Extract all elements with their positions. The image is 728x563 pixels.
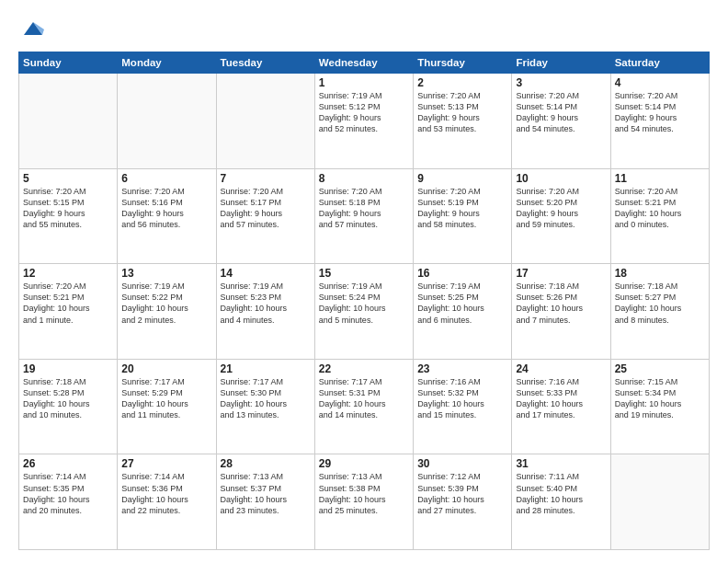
calendar-cell: 16Sunrise: 7:19 AMSunset: 5:25 PMDayligh… [414, 264, 512, 360]
cell-content: Sunrise: 7:12 AMSunset: 5:39 PMDaylight:… [417, 471, 507, 516]
calendar-cell: 23Sunrise: 7:16 AMSunset: 5:32 PMDayligh… [414, 359, 512, 454]
calendar-cell: 1Sunrise: 7:19 AMSunset: 5:12 PMDaylight… [314, 74, 413, 169]
day-number: 12 [23, 267, 113, 280]
calendar-cell: 17Sunrise: 7:18 AMSunset: 5:26 PMDayligh… [512, 264, 610, 360]
cell-content: Sunrise: 7:20 AMSunset: 5:14 PMDaylight:… [615, 90, 705, 135]
cell-content: Sunrise: 7:13 AMSunset: 5:37 PMDaylight:… [221, 471, 311, 516]
calendar-cell: 25Sunrise: 7:15 AMSunset: 5:34 PMDayligh… [610, 359, 709, 454]
day-number: 6 [121, 172, 211, 185]
cell-content: Sunrise: 7:18 AMSunset: 5:27 PMDaylight:… [615, 281, 705, 326]
day-number: 9 [417, 172, 507, 185]
cell-content: Sunrise: 7:19 AMSunset: 5:25 PMDaylight:… [417, 281, 507, 326]
calendar-week-row: 12Sunrise: 7:20 AMSunset: 5:21 PMDayligh… [19, 264, 710, 360]
calendar-cell: 18Sunrise: 7:18 AMSunset: 5:27 PMDayligh… [610, 264, 709, 360]
logo-icon [20, 17, 46, 42]
calendar-cell: 27Sunrise: 7:14 AMSunset: 5:36 PMDayligh… [118, 454, 216, 550]
calendar-cell: 13Sunrise: 7:19 AMSunset: 5:22 PMDayligh… [118, 264, 216, 360]
calendar-day-header: Wednesday [314, 52, 413, 74]
calendar-cell: 9Sunrise: 7:20 AMSunset: 5:19 PMDaylight… [414, 168, 512, 264]
calendar-cell: 26Sunrise: 7:14 AMSunset: 5:35 PMDayligh… [19, 454, 118, 550]
cell-content: Sunrise: 7:20 AMSunset: 5:19 PMDaylight:… [417, 186, 507, 231]
day-number: 20 [121, 362, 211, 375]
calendar-cell: 31Sunrise: 7:11 AMSunset: 5:40 PMDayligh… [512, 454, 610, 550]
calendar-cell: 3Sunrise: 7:20 AMSunset: 5:14 PMDaylight… [512, 74, 610, 169]
calendar-cell: 30Sunrise: 7:12 AMSunset: 5:39 PMDayligh… [414, 454, 512, 550]
calendar-day-header: Saturday [610, 52, 709, 74]
calendar-cell: 10Sunrise: 7:20 AMSunset: 5:20 PMDayligh… [512, 168, 610, 264]
cell-content: Sunrise: 7:15 AMSunset: 5:34 PMDaylight:… [615, 376, 705, 421]
day-number: 3 [516, 76, 606, 89]
calendar-cell: 20Sunrise: 7:17 AMSunset: 5:29 PMDayligh… [118, 359, 216, 454]
cell-content: Sunrise: 7:20 AMSunset: 5:13 PMDaylight:… [417, 90, 507, 135]
calendar-week-row: 19Sunrise: 7:18 AMSunset: 5:28 PMDayligh… [19, 359, 710, 454]
calendar-day-header: Thursday [414, 52, 512, 74]
cell-content: Sunrise: 7:16 AMSunset: 5:33 PMDaylight:… [516, 376, 606, 421]
day-number: 15 [319, 267, 409, 280]
calendar-week-row: 26Sunrise: 7:14 AMSunset: 5:35 PMDayligh… [19, 454, 710, 550]
day-number: 23 [417, 362, 507, 375]
calendar-day-header: Friday [512, 52, 610, 74]
cell-content: Sunrise: 7:14 AMSunset: 5:35 PMDaylight:… [23, 471, 113, 516]
day-number: 29 [319, 457, 409, 470]
day-number: 13 [121, 267, 211, 280]
calendar-week-row: 1Sunrise: 7:19 AMSunset: 5:12 PMDaylight… [19, 74, 710, 169]
calendar-cell [118, 74, 216, 169]
calendar-cell: 8Sunrise: 7:20 AMSunset: 5:18 PMDaylight… [314, 168, 413, 264]
day-number: 1 [319, 76, 409, 89]
cell-content: Sunrise: 7:19 AMSunset: 5:24 PMDaylight:… [319, 281, 409, 326]
calendar-day-header: Tuesday [216, 52, 314, 74]
day-number: 31 [516, 457, 606, 470]
cell-content: Sunrise: 7:20 AMSunset: 5:15 PMDaylight:… [23, 186, 113, 231]
day-number: 22 [319, 362, 409, 375]
cell-content: Sunrise: 7:20 AMSunset: 5:14 PMDaylight:… [516, 90, 606, 135]
day-number: 21 [221, 362, 311, 375]
day-number: 11 [615, 172, 705, 185]
day-number: 25 [615, 362, 705, 375]
day-number: 8 [319, 172, 409, 185]
calendar-cell: 15Sunrise: 7:19 AMSunset: 5:24 PMDayligh… [314, 264, 413, 360]
cell-content: Sunrise: 7:19 AMSunset: 5:23 PMDaylight:… [221, 281, 311, 326]
calendar-header-row: SundayMondayTuesdayWednesdayThursdayFrid… [19, 52, 710, 74]
day-number: 14 [221, 267, 311, 280]
cell-content: Sunrise: 7:20 AMSunset: 5:21 PMDaylight:… [23, 281, 113, 326]
header [18, 17, 710, 42]
cell-content: Sunrise: 7:14 AMSunset: 5:36 PMDaylight:… [121, 471, 211, 516]
logo [18, 17, 46, 42]
calendar-cell [19, 74, 118, 169]
calendar-table: SundayMondayTuesdayWednesdayThursdayFrid… [18, 52, 710, 550]
calendar-cell: 21Sunrise: 7:17 AMSunset: 5:30 PMDayligh… [216, 359, 314, 454]
cell-content: Sunrise: 7:11 AMSunset: 5:40 PMDaylight:… [516, 471, 606, 516]
day-number: 16 [417, 267, 507, 280]
calendar-cell: 24Sunrise: 7:16 AMSunset: 5:33 PMDayligh… [512, 359, 610, 454]
day-number: 10 [516, 172, 606, 185]
calendar-cell: 28Sunrise: 7:13 AMSunset: 5:37 PMDayligh… [216, 454, 314, 550]
day-number: 5 [23, 172, 113, 185]
calendar-cell: 5Sunrise: 7:20 AMSunset: 5:15 PMDaylight… [19, 168, 118, 264]
calendar-cell [216, 74, 314, 169]
cell-content: Sunrise: 7:18 AMSunset: 5:28 PMDaylight:… [23, 376, 113, 421]
cell-content: Sunrise: 7:16 AMSunset: 5:32 PMDaylight:… [417, 376, 507, 421]
cell-content: Sunrise: 7:20 AMSunset: 5:16 PMDaylight:… [121, 186, 211, 231]
cell-content: Sunrise: 7:20 AMSunset: 5:21 PMDaylight:… [615, 186, 705, 231]
calendar-cell: 11Sunrise: 7:20 AMSunset: 5:21 PMDayligh… [610, 168, 709, 264]
day-number: 30 [417, 457, 507, 470]
day-number: 18 [615, 267, 705, 280]
calendar-cell: 2Sunrise: 7:20 AMSunset: 5:13 PMDaylight… [414, 74, 512, 169]
cell-content: Sunrise: 7:19 AMSunset: 5:22 PMDaylight:… [121, 281, 211, 326]
calendar-cell: 29Sunrise: 7:13 AMSunset: 5:38 PMDayligh… [314, 454, 413, 550]
day-number: 4 [615, 76, 705, 89]
day-number: 24 [516, 362, 606, 375]
calendar-day-header: Sunday [19, 52, 118, 74]
page: SundayMondayTuesdayWednesdayThursdayFrid… [0, 0, 728, 563]
calendar-cell: 14Sunrise: 7:19 AMSunset: 5:23 PMDayligh… [216, 264, 314, 360]
day-number: 19 [23, 362, 113, 375]
cell-content: Sunrise: 7:20 AMSunset: 5:18 PMDaylight:… [319, 186, 409, 231]
calendar-cell: 12Sunrise: 7:20 AMSunset: 5:21 PMDayligh… [19, 264, 118, 360]
cell-content: Sunrise: 7:17 AMSunset: 5:29 PMDaylight:… [121, 376, 211, 421]
calendar-cell: 4Sunrise: 7:20 AMSunset: 5:14 PMDaylight… [610, 74, 709, 169]
cell-content: Sunrise: 7:20 AMSunset: 5:17 PMDaylight:… [221, 186, 311, 231]
day-number: 26 [23, 457, 113, 470]
cell-content: Sunrise: 7:18 AMSunset: 5:26 PMDaylight:… [516, 281, 606, 326]
cell-content: Sunrise: 7:17 AMSunset: 5:30 PMDaylight:… [221, 376, 311, 421]
calendar-cell: 6Sunrise: 7:20 AMSunset: 5:16 PMDaylight… [118, 168, 216, 264]
